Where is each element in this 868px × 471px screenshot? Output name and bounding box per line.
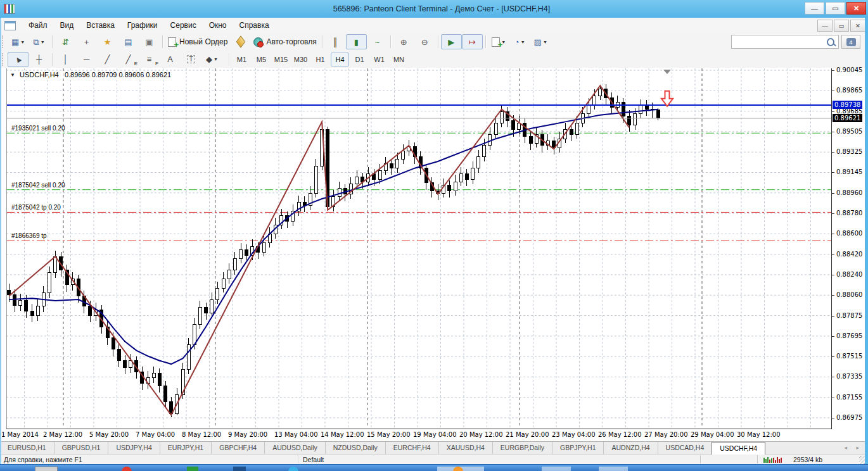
search-input[interactable] [732,37,827,47]
trendline-button[interactable]: ╱ [97,52,118,67]
taskbar-icon[interactable] [599,467,628,471]
bar-chart-button[interactable]: ║ [325,34,346,49]
bear-candle [89,306,92,315]
timeframe-h1-button[interactable]: H1 [311,53,329,66]
status-profile[interactable]: Default [303,456,324,463]
menu-tools[interactable]: Сервис [164,19,203,32]
taskbar-icon[interactable] [187,467,198,471]
terminal-button[interactable]: ▤ [118,34,139,49]
new-chart-button[interactable]: ▦▼ [8,34,29,49]
bull-candle [338,189,341,197]
chart-tab-eurusd-h1[interactable]: EURUSD,H1 [0,442,54,455]
timeframe-m5-button[interactable]: M5 [252,53,271,66]
chart-tab-audusd-daily[interactable]: AUDUSD,Daily [265,442,326,455]
chart-shift-button[interactable]: ↦ [462,34,483,49]
new-chart-dropdown-icon[interactable]: ▼ [20,40,25,44]
templates-dropdown-icon[interactable]: ▼ [543,40,547,44]
chart-tab-eurjpy-h1[interactable]: EURJPY,H1 [160,442,212,455]
taskbar-icon[interactable] [122,467,132,471]
notifications-button[interactable]: 4 [841,35,860,49]
profiles-button[interactable]: ⧉▼ [29,34,49,49]
chart-tab-usdjpy-h4[interactable]: USDJPY,H4 [108,442,160,455]
arrows-button[interactable]: ◆▼ [201,52,222,67]
market-watch-button[interactable]: ⇵ [55,34,76,49]
channel-button[interactable]: ╱E [118,52,139,67]
metaeditor-button[interactable] [230,34,251,49]
menu-file[interactable]: Файл [22,19,54,32]
price-axis-label: 0.90045 [836,66,862,74]
chart-plot[interactable] [6,68,832,429]
date-axis-label: 2 May 12:00 [43,431,82,438]
chart-tab-gbpchf-h4[interactable]: GBPCHF,H4 [212,442,265,455]
taskbar-icon[interactable] [542,467,571,471]
tab-scroll-arrows[interactable]: ◂ ▸ [844,444,863,451]
fibonacci-button[interactable]: ≡F [139,52,160,67]
price-axis[interactable]: 0.900450.898650.896850.895050.893250.891… [832,68,865,429]
taskbar-icon[interactable] [233,467,246,471]
restore-button[interactable]: ▭ [826,2,845,15]
menu-charts[interactable]: Графики [121,19,164,32]
collapse-triangle-icon[interactable]: ▼ [10,72,15,78]
bear-candle [205,308,208,313]
chart-tab-eurgbp-daily[interactable]: EURGBP,Daily [493,442,552,455]
timeframe-m1-button[interactable]: M1 [233,53,251,66]
mdi-minimize-button[interactable]: — [817,20,833,32]
chart-tab-eurchf-h4[interactable]: EURCHF,H4 [386,442,439,455]
navigator-button[interactable]: ★ [97,34,118,49]
chart-header: ▼ USDCHF,H4 0.89696 0.89709 0.89606 0.89… [10,71,171,78]
timeframe-w1-button[interactable]: W1 [370,53,388,66]
menu-help[interactable]: Справка [233,19,276,32]
mdi-close-button[interactable]: ✕ [850,20,865,32]
data-window-button[interactable]: + [76,34,97,49]
line-chart-button[interactable]: ~ [367,34,388,49]
new-order-button[interactable]: Новый Ордер [165,34,230,49]
bear-candle [117,349,120,361]
chart-window-icon[interactable] [4,21,16,30]
autotrading-label: Авто-торговля [266,37,316,46]
date-axis[interactable]: 1 May 20142 May 12:005 May 20:007 May 04… [0,429,868,441]
chart-tab-gbpjpy-h1[interactable]: GBPJPY,H1 [552,442,604,455]
mdi-restore-button[interactable]: ▭ [834,20,849,32]
date-axis-label: 1 May 2014 [1,431,39,438]
menu-view[interactable]: Вид [54,19,80,32]
price-axis-label: 0.88060 [836,291,862,299]
price-axis-label: 0.87335 [836,373,862,380]
horizontal-line-button[interactable]: ─ [76,52,97,67]
timeframe-m15-button[interactable]: M15 [272,53,290,66]
zoom-out-button[interactable]: ⊖ [414,34,435,49]
arrows-dropdown-icon[interactable]: ▼ [214,57,218,61]
chart-tab-gbpusd-h1[interactable]: GBPUSD,H1 [54,442,109,455]
cursor-button[interactable]: ▲ [8,52,29,67]
minimize-button[interactable]: — [805,2,824,15]
periods-dropdown-icon[interactable]: ▼ [521,40,525,44]
profiles-dropdown-icon[interactable]: ▼ [41,40,45,44]
taskbar-icon[interactable] [35,467,58,471]
date-axis-label: 20 May 12:00 [459,431,503,438]
chart-tab-xauusd-h4[interactable]: XAUUSD,H4 [439,442,493,455]
chart-tab-nzdusd-daily[interactable]: NZDUSD,Daily [326,442,386,455]
strategy-tester-button[interactable]: ▣ [139,34,160,49]
taskbar-icon[interactable] [288,467,298,471]
timeframe-mn-button[interactable]: MN [390,53,408,66]
chart-tab-usdchf-h4[interactable]: USDCHF,H4 [712,442,765,455]
indicators-button[interactable]: ▼ [488,34,509,49]
chart-tab-usdcad-h4[interactable]: USDCAD,H4 [658,442,713,455]
close-button[interactable]: ✕ [846,2,866,15]
text-button[interactable]: A [160,52,181,67]
zoom-in-button[interactable]: ⊕ [393,34,414,49]
vertical-line-button[interactable]: │ [55,52,76,67]
autotrading-button[interactable]: Авто-торговля [251,34,319,49]
crosshair-button[interactable]: ┼ [29,52,49,67]
chart-tab-audnzd-h4[interactable]: AUDNZD,H4 [604,442,658,455]
templates-button[interactable]: ▨▼ [530,34,551,49]
label-button[interactable]: T [181,52,201,67]
timeframe-m30-button[interactable]: M30 [291,53,310,66]
timeframe-h4-button[interactable]: H4 [331,53,349,66]
menu-insert[interactable]: Вставка [80,19,121,32]
periods-button[interactable]: ◔▼ [509,34,530,49]
search-icon[interactable] [827,38,834,46]
autoscroll-button[interactable]: ▶ [441,34,462,49]
candlestick-button[interactable]: ▮ [346,34,367,49]
menu-window[interactable]: Окно [203,19,233,32]
timeframe-d1-button[interactable]: D1 [350,53,369,66]
